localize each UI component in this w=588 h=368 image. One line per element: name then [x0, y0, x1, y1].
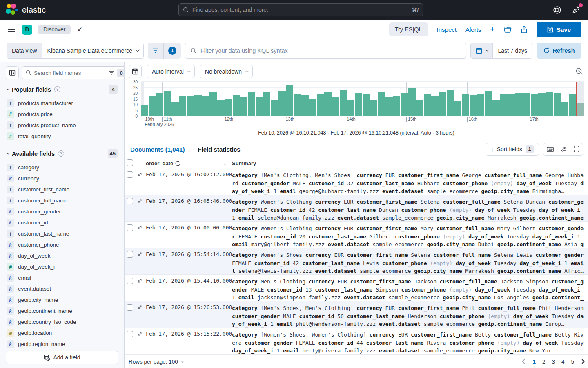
histogram-bar[interactable]	[477, 94, 485, 116]
share-icon[interactable]	[521, 26, 528, 33]
field-item-customer_id[interactable]: kcustomer_id	[6, 217, 118, 228]
popular-fields-header[interactable]: Popular fields ? 4	[7, 85, 118, 94]
field-item-products.product_name[interactable]: tproducts.product_name	[6, 120, 118, 131]
field-item-geoip.city_name[interactable]: kgeoip.city_name	[6, 294, 118, 305]
field-item-day_of_week_i[interactable]: #day_of_week_i	[6, 261, 118, 272]
expand-document-icon[interactable]	[137, 278, 146, 301]
data-view-picker[interactable]: Data view Kibana Sample Data eCommerce	[7, 43, 144, 59]
add-filter-button[interactable]: +	[163, 43, 181, 59]
field-item-products.price[interactable]: #products.price	[6, 109, 118, 120]
expand-document-icon[interactable]	[137, 251, 146, 274]
menu-icon[interactable]	[7, 24, 16, 35]
histogram-bar[interactable]	[141, 105, 148, 116]
available-fields-header[interactable]: Available fields ? 45	[7, 149, 118, 158]
interval-dropdown[interactable]: Auto interval	[147, 65, 195, 78]
histogram-bar[interactable]	[378, 92, 385, 116]
expand-document-icon[interactable]	[137, 304, 146, 328]
add-field-button[interactable]: Add a field	[6, 351, 118, 364]
histogram-bar[interactable]	[393, 96, 401, 116]
histogram-bar[interactable]	[561, 102, 569, 116]
field-search-input[interactable]	[34, 70, 106, 76]
select-all-checkbox[interactable]	[127, 159, 133, 166]
elastic-brand[interactable]: elastic	[0, 4, 46, 16]
field-item-customer_full_name[interactable]: tcustomer_full_name	[6, 195, 118, 206]
histogram-bar[interactable]	[309, 99, 316, 116]
page-button-5[interactable]: 5	[571, 359, 574, 365]
histogram-bar[interactable]	[187, 96, 194, 116]
histogram-bar[interactable]	[355, 93, 362, 116]
row-checkbox[interactable]	[127, 224, 133, 231]
field-item-event.dataset[interactable]: kevent.dataset	[6, 283, 118, 294]
histogram-bar[interactable]	[233, 95, 240, 116]
histogram-bar[interactable]	[225, 99, 232, 116]
sort-direction-icon[interactable]: ↓	[224, 160, 227, 166]
histogram-bar[interactable]	[156, 93, 163, 116]
histogram-bar[interactable]	[194, 95, 202, 116]
row-checkbox[interactable]	[127, 278, 133, 284]
expand-document-icon[interactable]	[137, 331, 146, 354]
histogram-bar[interactable]	[431, 96, 439, 116]
histogram-bar[interactable]	[301, 95, 309, 116]
row-checkbox[interactable]	[127, 251, 133, 258]
page-button-4[interactable]: 4	[561, 359, 565, 365]
collapse-sidebar-button[interactable]	[6, 66, 19, 79]
histogram-bar[interactable]	[546, 92, 553, 116]
histogram-bar[interactable]	[217, 100, 225, 116]
histogram-bar[interactable]	[416, 100, 423, 116]
histogram-bar[interactable]	[294, 94, 301, 116]
histogram-bar[interactable]	[569, 94, 576, 116]
histogram-bar[interactable]	[324, 92, 332, 116]
histogram-bar[interactable]	[172, 102, 179, 116]
field-item-currency[interactable]: kcurrency	[6, 173, 118, 184]
order-date-column-header[interactable]: order_date	[146, 160, 180, 166]
histogram-bar[interactable]	[447, 90, 454, 116]
sort-fields-button[interactable]: ↕ Sort fields 1	[486, 143, 539, 156]
open-saved-icon[interactable]	[504, 26, 512, 33]
histogram-bar[interactable]	[363, 94, 370, 116]
display-options-icon[interactable]	[557, 143, 570, 155]
histogram-bar[interactable]	[332, 97, 339, 116]
expand-document-icon[interactable]	[137, 198, 146, 221]
field-item-customer_phone[interactable]: kcustomer_phone	[6, 239, 118, 250]
histogram-bar[interactable]	[286, 85, 294, 116]
field-item-customer_last_name[interactable]: tcustomer_last_name	[6, 228, 118, 239]
histogram-bar[interactable]	[271, 100, 278, 116]
help-icon[interactable]	[551, 4, 563, 16]
field-item-geoip.country_iso_code[interactable]: kgeoip.country_iso_code	[6, 316, 118, 328]
histogram-bar[interactable]	[248, 92, 255, 116]
try-esql-button[interactable]: Try ES|QL	[389, 22, 428, 36]
histogram-bar[interactable]	[577, 103, 584, 116]
expand-document-icon[interactable]	[137, 171, 146, 195]
histogram-bar[interactable]	[538, 93, 546, 116]
histogram-bar[interactable]	[263, 92, 271, 116]
field-item-category[interactable]: tcategory	[6, 162, 118, 173]
histogram-bar[interactable]	[209, 92, 217, 116]
histogram-bar[interactable]	[370, 100, 378, 116]
histogram-bar[interactable]	[149, 96, 156, 116]
histogram-bar[interactable]	[470, 95, 477, 116]
saved-query-icon[interactable]	[148, 43, 163, 59]
field-item-geoip.continent_name[interactable]: kgeoip.continent_name	[6, 305, 118, 316]
keyboard-shortcuts-icon[interactable]	[543, 143, 557, 155]
refresh-button[interactable]: Refresh	[537, 43, 581, 59]
histogram-bar[interactable]	[202, 96, 209, 116]
breadcrumb[interactable]: Discover	[38, 25, 71, 34]
add-panel-button[interactable]: +	[490, 25, 495, 34]
histogram-bar[interactable]	[408, 88, 416, 116]
tab-documents[interactable]: Documents (1,041)	[129, 141, 185, 157]
field-item-email[interactable]: kemail	[6, 272, 118, 283]
field-item-customer_first_name[interactable]: tcustomer_first_name	[6, 184, 118, 195]
page-button-2[interactable]: 2	[542, 359, 546, 365]
breakdown-dropdown[interactable]: No breakdown	[200, 65, 253, 78]
histogram-bar[interactable]	[500, 94, 508, 116]
tab-field-statistics[interactable]: Field statistics	[197, 141, 241, 157]
field-item-total_quantity[interactable]: #total_quantity	[6, 131, 118, 142]
field-item-day_of_week[interactable]: kday_of_week	[6, 250, 118, 261]
histogram-bar[interactable]	[454, 101, 461, 116]
histogram-bar[interactable]	[256, 97, 263, 116]
fullscreen-icon[interactable]	[570, 143, 583, 155]
histogram-bar[interactable]	[531, 94, 538, 116]
row-checkbox[interactable]	[127, 171, 133, 178]
histogram-bar[interactable]	[385, 97, 393, 116]
histogram-bar[interactable]	[340, 90, 347, 116]
